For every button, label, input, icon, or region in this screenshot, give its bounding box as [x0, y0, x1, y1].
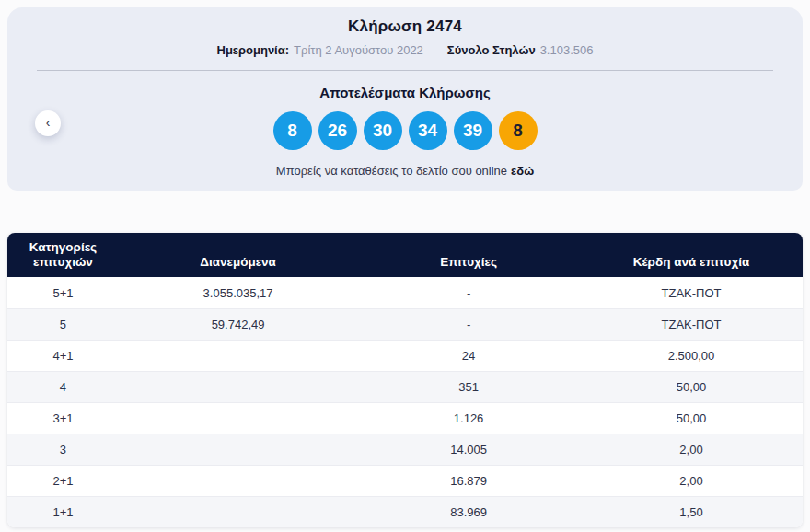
draw-title: Κλήρωση 2474	[7, 17, 803, 37]
chevron-left-icon: ‹	[46, 116, 51, 129]
table-row: 1+183.9691,50	[7, 496, 803, 527]
columns-value: 3.103.506	[540, 42, 594, 59]
date-value: Τρίτη 2 Αυγούστου 2022	[294, 42, 423, 59]
table-cell: 4+1	[7, 349, 119, 363]
table-cell: 59.742,49	[119, 318, 357, 331]
draw-meta: Ημερομηνία: Τρίτη 2 Αυγούστου 2022 Σύνολ…	[7, 42, 803, 59]
table-header-row: Κατηγορίες επιτυχιώνΔιανεμόμεναΕπιτυχίες…	[7, 233, 803, 277]
table-row: 314.0052,00	[7, 434, 803, 465]
table-body: 5+13.055.035,17-ΤΖΑΚ-ΠΟΤ559.742,49-ΤΖΑΚ-…	[7, 277, 803, 527]
draw-date: Ημερομηνία: Τρίτη 2 Αυγούστου 2022	[217, 42, 423, 59]
table-cell: 50,00	[580, 380, 803, 394]
table-row: 2+116.8792,00	[7, 465, 803, 496]
winnings-table: Κατηγορίες επιτυχιώνΔιανεμόμεναΕπιτυχίες…	[7, 233, 803, 527]
number-ball: 30	[364, 111, 402, 150]
column-header: Επιτυχίες	[357, 255, 580, 270]
results-title: Αποτελέσματα Κλήρωσης	[7, 84, 803, 102]
table-cell: 2+1	[7, 474, 119, 488]
table-cell: 3	[7, 443, 119, 457]
column-header: Κατηγορίες επιτυχιών	[7, 240, 119, 270]
table-cell: 1,50	[580, 505, 803, 519]
winning-numbers: 8263034398	[7, 111, 803, 150]
total-columns: Σύνολο Στηλών 3.103.506	[447, 42, 594, 59]
table-row: 435150,00	[7, 371, 803, 402]
page: Κλήρωση 2474 Ημερομηνία: Τρίτη 2 Αυγούστ…	[0, 0, 810, 532]
table-cell: 5	[7, 318, 119, 331]
online-submit-caption: Μπορείς να καταθέσεις το δελτίο σου onli…	[7, 163, 803, 179]
table-cell: 2,00	[580, 443, 803, 457]
table-cell: 5+1	[7, 286, 119, 300]
caption-link[interactable]: εδώ	[511, 164, 534, 178]
joker-ball: 8	[499, 111, 538, 150]
table-cell: 1+1	[7, 505, 119, 519]
column-header: Κέρδη ανά επιτυχία	[580, 255, 803, 270]
table-cell: 24	[357, 349, 580, 363]
previous-draw-button[interactable]: ‹	[35, 110, 61, 136]
table-cell: ΤΖΑΚ-ΠΟΤ	[580, 318, 803, 331]
columns-label: Σύνολο Στηλών	[447, 42, 536, 59]
table-cell: 2,00	[580, 474, 803, 488]
number-ball: 39	[454, 111, 492, 150]
table-row: 559.742,49-ΤΖΑΚ-ΠΟΤ	[7, 308, 803, 340]
table-cell: -	[357, 286, 580, 300]
table-cell: 4	[7, 380, 119, 394]
table-cell: 1.126	[357, 411, 580, 425]
caption-text: Μπορείς να καταθέσεις το δελτίο σου onli…	[276, 164, 507, 178]
table-cell: 14.005	[357, 443, 580, 457]
number-ball: 8	[273, 111, 312, 150]
table-cell: 3+1	[7, 411, 119, 425]
number-ball: 26	[318, 111, 357, 150]
table-cell: -	[357, 318, 580, 331]
table-cell: ΤΖΑΚ-ΠΟΤ	[580, 286, 803, 300]
table-cell: 2.500,00	[580, 349, 803, 363]
table-row: 3+11.12650,00	[7, 402, 803, 434]
column-header: Διανεμόμενα	[119, 255, 357, 270]
table-cell: 3.055.035,17	[119, 286, 357, 300]
draw-hero-card: Κλήρωση 2474 Ημερομηνία: Τρίτη 2 Αυγούστ…	[7, 7, 803, 191]
number-ball: 34	[409, 111, 447, 150]
table-cell: 50,00	[580, 411, 803, 425]
table-cell: 83.969	[357, 505, 580, 519]
divider	[37, 70, 773, 71]
table-row: 5+13.055.035,17-ΤΖΑΚ-ΠΟΤ	[7, 277, 803, 308]
table-cell: 351	[357, 380, 580, 394]
table-cell: 16.879	[357, 474, 580, 488]
table-row: 4+1242.500,00	[7, 340, 803, 371]
date-label: Ημερομηνία:	[217, 42, 290, 59]
